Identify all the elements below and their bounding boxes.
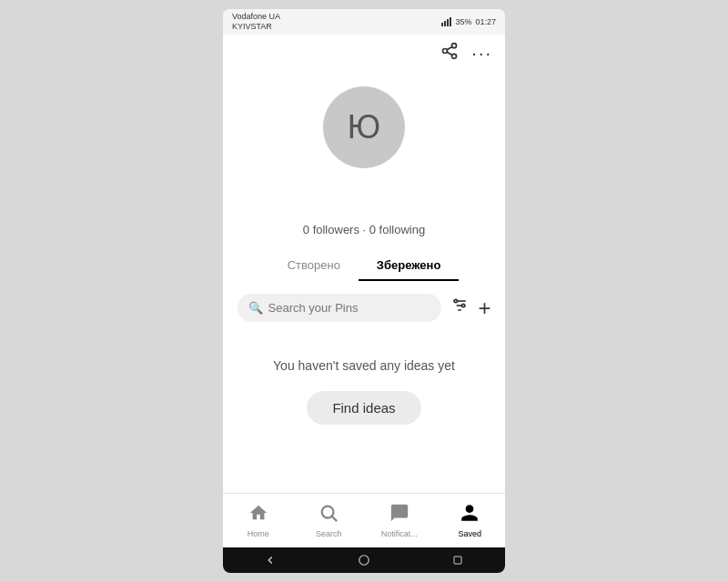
find-ideas-button[interactable]: Find ideas xyxy=(307,391,420,425)
recents-button[interactable] xyxy=(450,552,466,568)
search-icon: 🔍 xyxy=(248,301,263,315)
share-icon[interactable] xyxy=(440,42,459,65)
followers-following: 0 followers · 0 following xyxy=(303,223,425,236)
svg-point-10 xyxy=(322,507,334,518)
profile-stats: 0 followers · 0 following xyxy=(303,223,425,236)
system-bar xyxy=(223,547,505,573)
empty-message: You haven't saved any ideas yet xyxy=(273,358,455,373)
nav-saved-label: Saved xyxy=(458,529,481,538)
carrier-info: Vodafone UA KYIVSTAR xyxy=(232,12,280,32)
phone-frame: Vodafone UA KYIVSTAR 35% 01:27 xyxy=(223,9,505,573)
more-options-icon[interactable]: ··· xyxy=(471,43,492,64)
svg-point-8 xyxy=(455,299,458,302)
tab-saved[interactable]: Збережено xyxy=(359,251,459,281)
network-name: KYIVSTAR xyxy=(232,22,280,32)
app-header: ··· xyxy=(223,35,505,68)
nav-home[interactable]: Home xyxy=(223,503,294,538)
profile-icon xyxy=(460,503,480,527)
nav-search[interactable]: Search xyxy=(294,503,365,538)
svg-point-9 xyxy=(462,304,465,306)
nav-notifications-label: Notificat... xyxy=(381,529,418,538)
nav-search-icon xyxy=(318,503,339,527)
status-bar: Vodafone UA KYIVSTAR 35% 01:27 xyxy=(223,9,505,35)
tabs-row: Створено Збережено xyxy=(223,251,505,281)
svg-line-11 xyxy=(332,517,337,521)
clock: 01:27 xyxy=(475,17,496,26)
avatar: Ю xyxy=(323,86,405,168)
nav-notifications[interactable]: Notificat... xyxy=(364,503,435,538)
home-button[interactable] xyxy=(356,552,372,568)
back-button[interactable] xyxy=(262,552,278,568)
status-icons: 35% 01:27 xyxy=(441,17,496,26)
main-content: Ю 0 followers · 0 following Створено Збе… xyxy=(223,68,505,493)
carrier-name: Vodafone UA xyxy=(232,12,280,22)
search-input[interactable] xyxy=(268,301,431,315)
search-row: 🔍 + xyxy=(238,294,491,322)
nav-search-label: Search xyxy=(316,529,342,538)
bottom-nav: Home Search Notificat... xyxy=(223,493,505,547)
home-icon xyxy=(248,503,268,527)
svg-rect-13 xyxy=(454,557,461,564)
svg-line-4 xyxy=(447,46,452,49)
nav-home-label: Home xyxy=(248,529,269,538)
empty-state: You haven't saved any ideas yet Find ide… xyxy=(273,358,455,425)
filter-icon[interactable] xyxy=(450,296,469,319)
signal-icon xyxy=(441,17,451,26)
avatar-letter: Ю xyxy=(348,108,380,146)
battery-level: 35% xyxy=(455,17,471,26)
search-bar[interactable]: 🔍 xyxy=(238,294,442,322)
avatar-section: Ю xyxy=(323,68,405,177)
notifications-icon xyxy=(389,503,410,527)
tab-created[interactable]: Створено xyxy=(269,251,359,281)
svg-line-3 xyxy=(447,52,452,55)
nav-saved[interactable]: Saved xyxy=(435,503,506,538)
add-pin-icon[interactable]: + xyxy=(478,296,490,321)
svg-point-12 xyxy=(359,556,369,566)
